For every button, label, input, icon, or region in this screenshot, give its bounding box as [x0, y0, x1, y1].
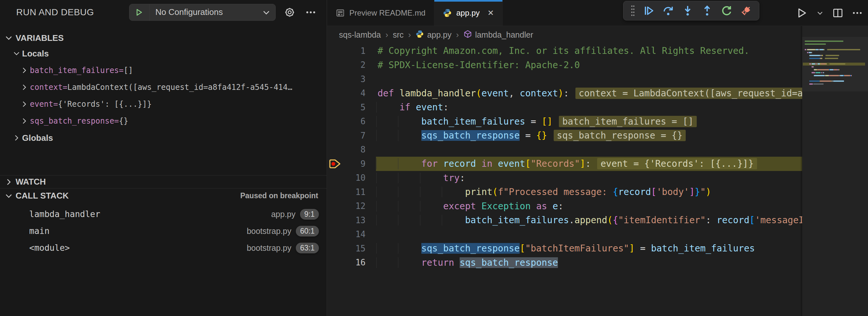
- chevron-right-icon: [4, 178, 13, 186]
- watch-section-header[interactable]: WATCH: [0, 175, 327, 189]
- drag-grip-icon[interactable]: [628, 5, 638, 17]
- breadcrumb-label: src: [393, 30, 404, 39]
- code-token: def: [378, 88, 394, 99]
- close-icon[interactable]: ✕: [488, 8, 494, 18]
- variable-name: context: [30, 83, 63, 92]
- code-token: e: [552, 201, 558, 212]
- line-number[interactable]: 8: [327, 145, 370, 154]
- minimap[interactable]: [802, 26, 868, 316]
- tab-preview-readme[interactable]: Preview README.md: [327, 0, 434, 26]
- variables-section-header[interactable]: VARIABLES: [0, 31, 327, 45]
- frame-file-name: bootstrap.py: [247, 243, 291, 253]
- variable-value: {}: [119, 117, 128, 126]
- line-number[interactable]: 2: [327, 60, 370, 70]
- code-token: if: [399, 102, 410, 113]
- gear-icon[interactable]: [283, 5, 297, 20]
- more-actions-icon[interactable]: [852, 7, 863, 19]
- tab-app-py[interactable]: app.py ✕: [434, 0, 503, 26]
- chevron-right-icon: [19, 100, 30, 108]
- code-line: 2# SPDX-License-Identifier: Apache-2.0: [327, 58, 802, 72]
- start-debug-icon[interactable]: [129, 4, 150, 21]
- scope-row-locals[interactable]: Locals: [0, 45, 327, 62]
- equals-sign: =: [119, 66, 124, 75]
- call-stack-section-header[interactable]: CALL STACK Paused on breakpoint: [0, 189, 327, 203]
- continue-icon[interactable]: [640, 3, 657, 19]
- code-token: :: [563, 88, 569, 99]
- config-dropdown-label: No Configurations: [150, 7, 257, 17]
- call-stack-frames: lambda_handlerapp.py9:1mainbootstrap.py6…: [0, 206, 327, 256]
- line-number[interactable]: 15: [327, 244, 370, 253]
- editor-actions: [796, 0, 863, 26]
- split-editor-icon[interactable]: [832, 7, 843, 19]
- line-number[interactable]: 6: [327, 117, 370, 126]
- scope-row-globals[interactable]: Globals: [0, 129, 327, 146]
- ellipsis-icon[interactable]: [304, 5, 317, 20]
- code-token: =: [525, 116, 542, 127]
- code-token: record: [443, 158, 476, 169]
- code-token: []: [542, 116, 553, 127]
- line-number[interactable]: 10: [327, 173, 370, 183]
- minimap-code-line: [809, 81, 820, 82]
- minimap-code-line: [820, 81, 831, 82]
- code-editor[interactable]: 1# Copyright Amazon.com, Inc. or its aff…: [327, 44, 802, 316]
- stack-frame-row[interactable]: mainbootstrap.py60:1: [0, 223, 327, 240]
- line-number[interactable]: 7: [327, 131, 370, 140]
- variable-row[interactable]: context = LambdaContext([aws_request_id=…: [0, 79, 327, 96]
- code-token: batch_item_failures: [421, 116, 525, 127]
- restart-icon[interactable]: [718, 3, 735, 19]
- code-token: sqs_batch_response: [421, 130, 520, 141]
- variable-value: LambdaContext([aws_request_id=a8fa412f-a…: [67, 83, 292, 92]
- variable-row[interactable]: sqs_batch_response = {}: [0, 113, 327, 129]
- code-line: 10 try:: [327, 171, 802, 185]
- code-line: 14: [327, 227, 802, 242]
- editor-tab-bar: Preview README.md app.py ✕: [327, 0, 868, 26]
- stack-frame-row[interactable]: lambda_handlerapp.py9:1: [0, 206, 327, 223]
- code-token: [531, 201, 536, 212]
- line-number[interactable]: 11: [327, 187, 370, 197]
- code-line: 11 print(f"Processed message: {record['b…: [327, 185, 802, 199]
- step-into-icon[interactable]: [679, 3, 696, 19]
- line-number[interactable]: 12: [327, 201, 370, 211]
- breadcrumb-item-sqs-lambda[interactable]: sqs-lambda: [339, 30, 381, 39]
- code-token: {: [613, 215, 618, 225]
- minimap-code-line: [815, 72, 820, 73]
- code-line-content: # Copyright Amazon.com, Inc. or its affi…: [370, 45, 749, 56]
- code-token: [378, 172, 443, 183]
- debug-config-dropdown[interactable]: No Configurations: [129, 4, 276, 21]
- code-token: batch_item_failures: [465, 215, 569, 225]
- line-number[interactable]: 14: [327, 229, 370, 239]
- run-dropdown-chevron-icon[interactable]: [816, 9, 824, 17]
- stack-frame-row[interactable]: <module>bootstrap.py63:1: [0, 240, 327, 256]
- code-line-content: except Exception as e:: [370, 201, 563, 212]
- variable-row[interactable]: batch_item_failures = []: [0, 62, 327, 79]
- line-number[interactable]: 5: [327, 102, 370, 112]
- breadcrumb-item-lambda-handler[interactable]: lambda_handler: [464, 30, 533, 40]
- line-number[interactable]: 13: [327, 215, 370, 225]
- minimap-code-line: [830, 69, 833, 70]
- chevron-down-icon: [4, 192, 13, 200]
- breadcrumb-item-src[interactable]: src: [393, 30, 404, 39]
- step-over-icon[interactable]: [660, 3, 677, 19]
- minimap-code-line: [830, 75, 839, 76]
- indent-guide: [420, 215, 421, 225]
- run-button[interactable]: [796, 7, 808, 19]
- indent-guide: [376, 215, 377, 225]
- python-icon: [443, 8, 452, 18]
- disconnect-icon[interactable]: [738, 3, 754, 19]
- line-number[interactable]: 1: [327, 46, 370, 56]
- code-token: Exception: [482, 201, 531, 212]
- code-token: batch_item_failures: [651, 243, 755, 254]
- code-line-content: if event:: [370, 102, 448, 113]
- minimap-code-line: [839, 69, 839, 70]
- line-number[interactable]: 16: [327, 258, 370, 267]
- line-number[interactable]: 4: [327, 88, 370, 98]
- code-line: 16 return sqs_batch_response: [327, 256, 802, 270]
- minimap-code-line: [840, 75, 844, 76]
- breakpoint-current-line-icon[interactable]: [329, 159, 342, 171]
- breadcrumb-item-app-py[interactable]: app.py: [415, 30, 452, 40]
- variable-row[interactable]: event = {'Records': [{...}]}: [0, 96, 327, 113]
- inline-debug-value: batch_item_failures = []: [559, 116, 697, 127]
- line-number[interactable]: 3: [327, 74, 370, 84]
- frame-function-name: main: [29, 226, 247, 236]
- step-out-icon[interactable]: [699, 3, 716, 19]
